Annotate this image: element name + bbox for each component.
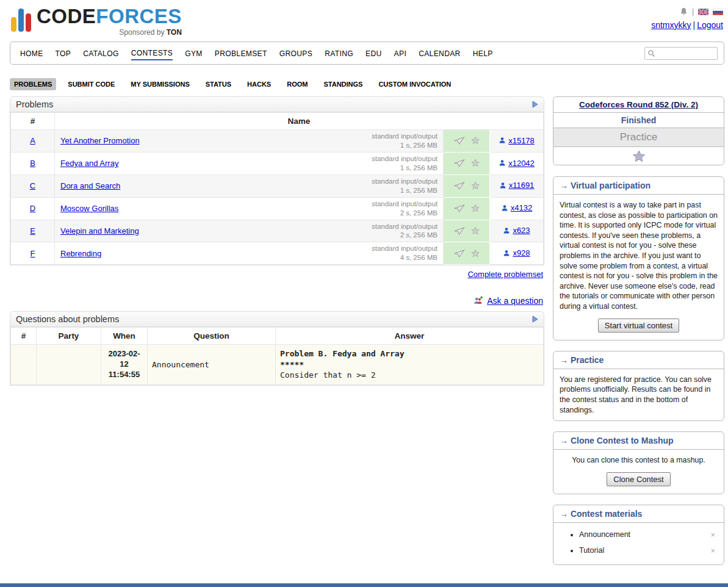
question-when-cell: 2023-02-12 11:54:55 bbox=[101, 345, 148, 385]
list-item: Tutorial × bbox=[579, 546, 718, 556]
questions-col-num: # bbox=[11, 328, 37, 345]
codeforces-logo[interactable]: CODEFORCES Sponsored by TON bbox=[11, 6, 182, 37]
dismiss-icon[interactable]: × bbox=[710, 530, 715, 540]
nav-item-calendar[interactable]: CALENDAR bbox=[419, 47, 461, 60]
table-row: 2023-02-12 11:54:55 Announcement Problem… bbox=[11, 345, 544, 385]
questions-section-title: Questions about problems bbox=[16, 314, 119, 324]
problem-limits: standard input/output4 s, 256 MB bbox=[372, 244, 438, 262]
logout-link[interactable]: Logout bbox=[697, 20, 723, 30]
problem-id-link[interactable]: C bbox=[30, 181, 35, 190]
ask-a-question-link[interactable]: Ask a question bbox=[487, 296, 543, 306]
subnav-my-submissions[interactable]: MY SUBMISSIONS bbox=[126, 78, 193, 90]
nav-item-api[interactable]: API bbox=[394, 47, 407, 60]
paper-plane-icon[interactable] bbox=[453, 136, 465, 145]
favorite-star-icon[interactable] bbox=[470, 181, 480, 190]
dismiss-icon[interactable]: × bbox=[710, 546, 715, 556]
nav-item-rating[interactable]: RATING bbox=[325, 47, 353, 60]
problem-limits: standard input/output2 s, 256 MB bbox=[372, 222, 438, 240]
problem-id-link[interactable]: E bbox=[30, 226, 35, 236]
nav-item-contests[interactable]: CONTESTS bbox=[131, 46, 173, 60]
favorite-star-icon[interactable] bbox=[470, 249, 480, 258]
clone-mashup-title: → Clone Contest to Mashup bbox=[553, 432, 724, 450]
contest-title-link[interactable]: Codeforces Round 852 (Div. 2) bbox=[579, 100, 698, 109]
problem-name-link[interactable]: Dora and Search bbox=[60, 181, 120, 190]
paper-plane-icon[interactable] bbox=[453, 249, 465, 258]
material-tutorial-link[interactable]: Tutorial bbox=[579, 546, 604, 556]
nav-item-groups[interactable]: GROUPS bbox=[279, 47, 312, 60]
favorite-star-icon[interactable] bbox=[470, 204, 480, 213]
sponsored-by-label: Sponsored by TON bbox=[37, 28, 182, 37]
solved-person-icon bbox=[501, 204, 508, 212]
problem-name-link[interactable]: Rebrending bbox=[60, 249, 101, 258]
subnav-room[interactable]: ROOM bbox=[283, 78, 312, 90]
problems-col-name: Name bbox=[55, 113, 544, 130]
subnav-status[interactable]: STATUS bbox=[201, 78, 236, 90]
search-box bbox=[644, 47, 718, 60]
table-row: E Velepin and Marketing standard input/o… bbox=[11, 220, 544, 242]
flag-english-icon[interactable] bbox=[698, 9, 708, 15]
questions-col-when: When bbox=[101, 328, 148, 345]
nav-item-top[interactable]: TOP bbox=[56, 47, 71, 60]
clone-mashup-box: → Clone Contest to Mashup You can clone … bbox=[553, 431, 724, 494]
solved-count-link[interactable]: x4132 bbox=[501, 203, 532, 212]
material-announcement-link[interactable]: Announcement bbox=[579, 530, 630, 540]
contest-favorite-star-icon[interactable] bbox=[553, 147, 724, 165]
problem-id-link[interactable]: F bbox=[31, 249, 35, 258]
solved-count-link[interactable]: x15178 bbox=[499, 136, 535, 145]
problem-id-link[interactable]: B bbox=[30, 159, 35, 168]
clone-contest-button[interactable]: Clone Contest bbox=[607, 472, 670, 486]
problem-name-link[interactable]: Fedya and Array bbox=[60, 159, 118, 168]
subnav-problems[interactable]: PROBLEMS bbox=[10, 78, 56, 90]
problem-id-link[interactable]: D bbox=[30, 204, 35, 213]
solved-person-icon bbox=[499, 182, 506, 189]
notification-bell-icon[interactable] bbox=[680, 7, 688, 16]
contest-status-label: Finished bbox=[553, 113, 724, 128]
problem-name-link[interactable]: Velepin and Marketing bbox=[60, 226, 139, 236]
lang-separator: | bbox=[692, 7, 694, 16]
footer-bar bbox=[0, 583, 728, 587]
table-row: A Yet Another Promotion standard input/o… bbox=[11, 130, 544, 153]
nav-item-catalog[interactable]: CATALOG bbox=[83, 47, 118, 60]
expand-arrow-icon[interactable] bbox=[532, 101, 538, 108]
subnav-custom-invocation[interactable]: CUSTOM INVOCATION bbox=[374, 78, 455, 90]
expand-arrow-icon[interactable] bbox=[532, 315, 538, 323]
favorite-star-icon[interactable] bbox=[470, 136, 480, 145]
solved-count-link[interactable]: x928 bbox=[503, 248, 530, 257]
solved-count-link[interactable]: x623 bbox=[503, 226, 530, 235]
problem-id-link[interactable]: A bbox=[30, 136, 35, 145]
paper-plane-icon[interactable] bbox=[453, 159, 465, 168]
problem-name-link[interactable]: Moscow Gorillas bbox=[60, 204, 118, 213]
search-input[interactable] bbox=[644, 47, 718, 60]
table-row: D Moscow Gorillas standard input/output2… bbox=[11, 197, 544, 220]
contest-mode-label: Practice bbox=[553, 128, 724, 147]
virtual-participation-title: → Virtual participation bbox=[553, 177, 724, 195]
question-num-cell bbox=[11, 345, 37, 385]
nav-item-help[interactable]: HELP bbox=[473, 47, 493, 60]
subnav-hacks[interactable]: HACKS bbox=[243, 78, 275, 90]
favorite-star-icon[interactable] bbox=[470, 226, 480, 236]
main-nav: HOME TOP CATALOG CONTESTS GYM PROBLEMSET… bbox=[10, 41, 724, 65]
subnav-submit-code[interactable]: SUBMIT CODE bbox=[63, 78, 119, 90]
nav-item-edu[interactable]: EDU bbox=[366, 47, 382, 60]
paper-plane-icon[interactable] bbox=[453, 226, 465, 236]
virtual-participation-text: Virtual contest is a way to take part in… bbox=[560, 200, 718, 312]
logo-bar-blue bbox=[18, 9, 24, 32]
flag-russian-icon[interactable] bbox=[713, 9, 723, 15]
table-row: F Rebrending standard input/output4 s, 2… bbox=[11, 242, 544, 265]
nav-item-home[interactable]: HOME bbox=[20, 47, 43, 60]
question-answer-cell: Problem B. Fedya and Array ***** Conside… bbox=[276, 345, 544, 385]
start-virtual-contest-button[interactable]: Start virtual contest bbox=[598, 319, 679, 333]
paper-plane-icon[interactable] bbox=[453, 181, 465, 190]
nav-item-problemset[interactable]: PROBLEMSET bbox=[215, 47, 267, 60]
problem-limits: standard input/output1 s, 256 MB bbox=[372, 154, 438, 173]
favorite-star-icon[interactable] bbox=[470, 159, 480, 168]
nav-item-gym[interactable]: GYM bbox=[185, 47, 203, 60]
questions-col-answer: Answer bbox=[276, 328, 544, 345]
solved-count-link[interactable]: x12042 bbox=[499, 159, 535, 168]
paper-plane-icon[interactable] bbox=[453, 204, 465, 213]
subnav-standings[interactable]: STANDINGS bbox=[319, 78, 367, 90]
solved-count-link[interactable]: x11691 bbox=[499, 181, 535, 190]
username-link[interactable]: sntmxykky bbox=[651, 20, 691, 30]
complete-problemset-link[interactable]: Complete problemset bbox=[467, 270, 543, 279]
problem-name-link[interactable]: Yet Another Promotion bbox=[60, 136, 140, 145]
